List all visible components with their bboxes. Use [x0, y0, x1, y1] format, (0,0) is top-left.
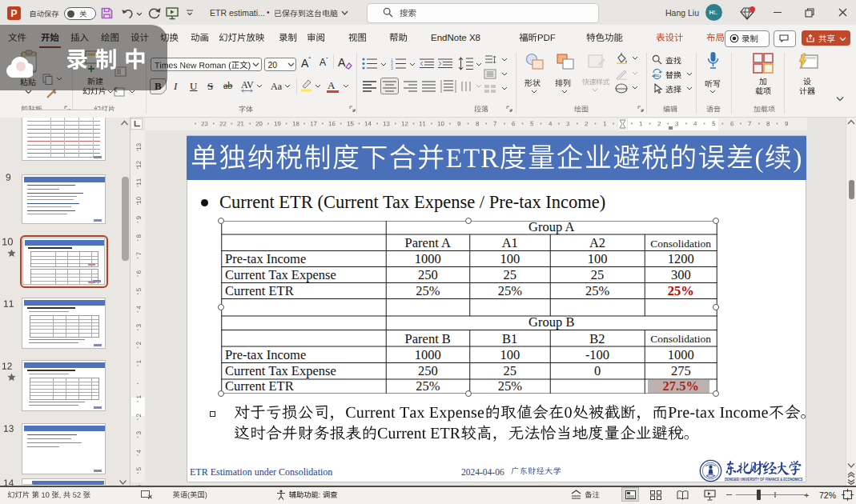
- svg-text:3: 3: [391, 66, 393, 70]
- svg-text:bc: bc: [654, 73, 659, 78]
